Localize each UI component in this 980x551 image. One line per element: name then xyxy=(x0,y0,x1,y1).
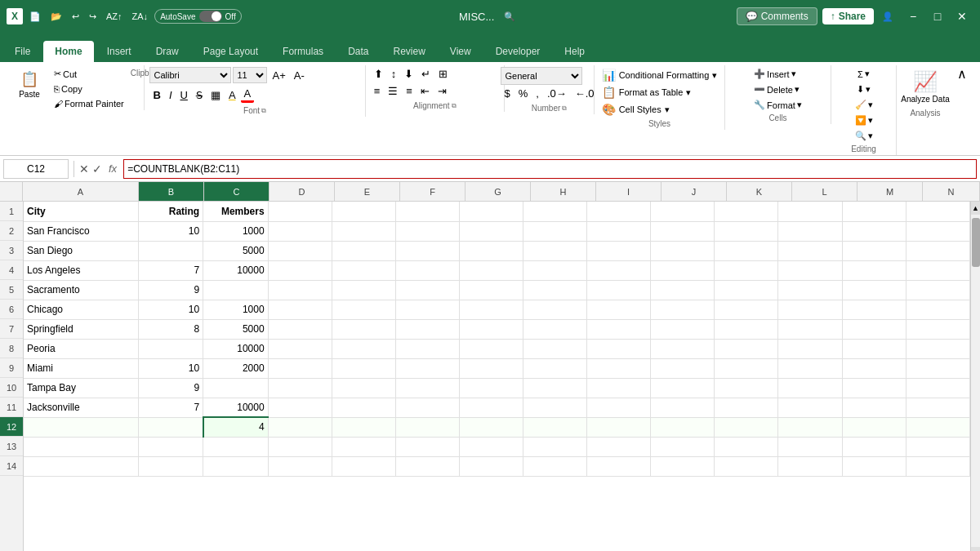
tab-developer[interactable]: Developer xyxy=(484,41,552,62)
vertical-scroll[interactable]: ▲ ▼ xyxy=(970,202,980,551)
decrease-font-button[interactable]: A- xyxy=(291,69,308,82)
cell-i1[interactable] xyxy=(587,202,651,221)
cell-d14[interactable] xyxy=(268,456,332,476)
cell-a5[interactable]: Sacramento xyxy=(24,280,138,300)
cell-c4[interactable]: 10000 xyxy=(203,260,269,280)
cell-i3[interactable] xyxy=(587,241,651,260)
align-center-button[interactable]: ☰ xyxy=(385,84,401,98)
cell-e14[interactable] xyxy=(332,456,395,476)
cell-m13[interactable] xyxy=(842,437,906,456)
delete-cells-button[interactable]: ➖ Delete ▾ xyxy=(751,82,803,96)
cell-d5[interactable] xyxy=(268,280,332,300)
cell-m4[interactable] xyxy=(842,260,906,280)
conditional-formatting-button[interactable]: 📊 Conditional Formatting ▾ xyxy=(597,67,723,83)
cell-l8[interactable] xyxy=(778,339,842,358)
cell-h1[interactable] xyxy=(523,202,587,221)
col-header-b[interactable]: B xyxy=(139,182,204,202)
alignment-expand-icon[interactable]: ⧉ xyxy=(452,102,457,110)
tab-help[interactable]: Help xyxy=(553,41,596,62)
cell-n8[interactable] xyxy=(906,339,969,358)
cell-j11[interactable] xyxy=(651,398,715,417)
merge-button[interactable]: ⊞ xyxy=(435,67,451,81)
cell-l9[interactable] xyxy=(778,358,842,378)
tab-formulas[interactable]: Formulas xyxy=(271,41,335,62)
cell-d7[interactable] xyxy=(268,319,332,339)
cell-c7[interactable]: 5000 xyxy=(203,319,269,339)
col-header-m[interactable]: M xyxy=(858,182,923,202)
cell-n9[interactable] xyxy=(906,358,969,378)
cell-k5[interactable] xyxy=(715,280,778,300)
cell-f14[interactable] xyxy=(395,456,459,476)
strikethrough-button[interactable]: S̶ xyxy=(193,88,206,102)
cell-i4[interactable] xyxy=(587,260,651,280)
cell-d6[interactable] xyxy=(268,300,332,319)
cell-b7[interactable]: 8 xyxy=(138,319,203,339)
cell-i5[interactable] xyxy=(587,280,651,300)
cell-c14[interactable] xyxy=(203,456,269,476)
cell-d10[interactable] xyxy=(268,378,332,398)
cell-a4[interactable]: Los Angeles xyxy=(24,260,138,280)
close-button[interactable]: ✕ xyxy=(951,8,973,24)
cell-a10[interactable]: Tampa Bay xyxy=(24,378,138,398)
cell-k8[interactable] xyxy=(715,339,778,358)
cell-e10[interactable] xyxy=(332,378,395,398)
cell-d3[interactable] xyxy=(268,241,332,260)
cell-a2[interactable]: San Francisco xyxy=(24,221,138,241)
cell-k1[interactable] xyxy=(715,202,778,221)
cell-n12[interactable] xyxy=(906,417,969,437)
cell-b2[interactable]: 10 xyxy=(138,221,203,241)
cell-m12[interactable] xyxy=(842,417,906,437)
tab-page-layout[interactable]: Page Layout xyxy=(192,41,270,62)
sum-button[interactable]: Σ▾ xyxy=(854,67,873,81)
copy-button[interactable]: ⎘ Copy xyxy=(51,82,127,96)
increase-decimal-button[interactable]: .0→ xyxy=(544,87,570,100)
col-header-j[interactable]: J xyxy=(662,182,727,202)
cell-l1[interactable] xyxy=(778,202,842,221)
italic-button[interactable]: I xyxy=(166,88,176,102)
cell-a1[interactable]: City xyxy=(24,202,138,221)
cell-n11[interactable] xyxy=(906,398,969,417)
cell-m7[interactable] xyxy=(842,319,906,339)
cell-d12[interactable] xyxy=(268,417,332,437)
cell-h7[interactable] xyxy=(523,319,587,339)
cell-g9[interactable] xyxy=(459,358,523,378)
cell-l10[interactable] xyxy=(778,378,842,398)
name-box[interactable] xyxy=(3,159,69,179)
scroll-down-arrow[interactable]: ▼ xyxy=(971,547,981,551)
cell-b1[interactable]: Rating xyxy=(138,202,203,221)
cell-e8[interactable] xyxy=(332,339,395,358)
cell-b9[interactable]: 10 xyxy=(138,358,203,378)
cell-l4[interactable] xyxy=(778,260,842,280)
cell-n3[interactable] xyxy=(906,241,969,260)
cell-g4[interactable] xyxy=(459,260,523,280)
comma-button[interactable]: , xyxy=(532,87,542,100)
cell-f4[interactable] xyxy=(395,260,459,280)
indent-increase-button[interactable]: ⇥ xyxy=(434,84,450,98)
col-header-a[interactable]: A xyxy=(23,182,139,202)
redo-button[interactable]: ↪ xyxy=(86,10,100,24)
fill-button[interactable]: ⬇▾ xyxy=(853,82,874,96)
cell-b3[interactable] xyxy=(138,241,203,260)
cell-b11[interactable]: 7 xyxy=(138,398,203,417)
align-bottom-button[interactable]: ⬇ xyxy=(401,67,416,81)
cell-l13[interactable] xyxy=(778,437,842,456)
confirm-formula-button[interactable]: ✓ xyxy=(92,162,102,176)
cell-e1[interactable] xyxy=(332,202,395,221)
cell-g5[interactable] xyxy=(459,280,523,300)
cell-styles-button[interactable]: 🎨 Cell Styles ▾ xyxy=(597,101,675,118)
cell-n10[interactable] xyxy=(906,378,969,398)
cut-button[interactable]: ✂ Cut xyxy=(51,67,127,81)
cell-j12[interactable] xyxy=(651,417,715,437)
cell-c13[interactable] xyxy=(203,437,269,456)
cell-l7[interactable] xyxy=(778,319,842,339)
cell-d4[interactable] xyxy=(268,260,332,280)
cell-c2[interactable]: 1000 xyxy=(203,221,269,241)
cell-b8[interactable] xyxy=(138,339,203,358)
cell-h13[interactable] xyxy=(523,437,587,456)
cell-m10[interactable] xyxy=(842,378,906,398)
align-middle-button[interactable]: ↕ xyxy=(388,67,400,81)
cell-i7[interactable] xyxy=(587,319,651,339)
minimize-button[interactable]: − xyxy=(902,8,924,24)
font-size-select[interactable]: 11 xyxy=(233,67,267,83)
cell-g3[interactable] xyxy=(459,241,523,260)
